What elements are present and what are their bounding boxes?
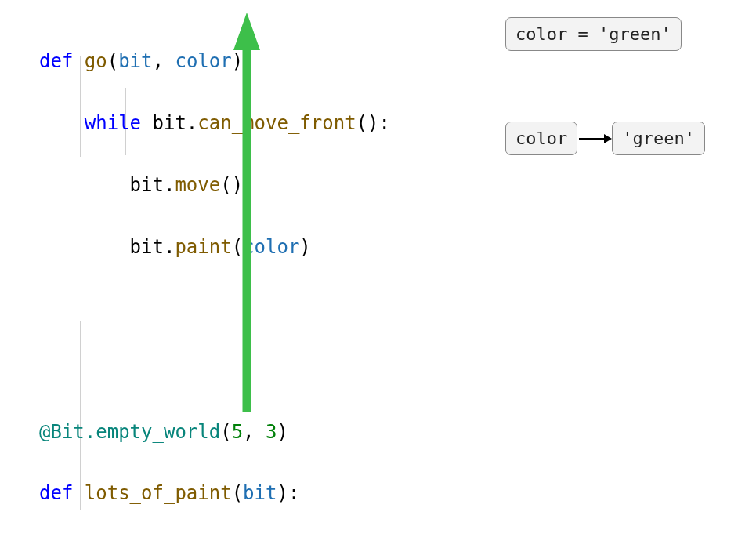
code-line: def go(bit, color): — [39, 46, 390, 77]
param: bit — [118, 50, 152, 72]
keyword-while: while — [85, 112, 141, 134]
code-line: bit.paint(color) — [39, 232, 390, 263]
code-line: @Bit.empty_world(5, 3) — [39, 417, 390, 448]
arrow-right-icon — [577, 129, 612, 148]
param: color — [175, 50, 231, 72]
func-name: lots_of_paint — [85, 482, 232, 504]
val-chip: 'green' — [612, 122, 705, 155]
code-line: bit.move() — [39, 170, 390, 201]
keyword-def: def — [39, 482, 73, 504]
sidebar-boxes: color = 'green' color 'green' — [505, 17, 725, 155]
var-points-to-val: color 'green' — [505, 122, 725, 155]
var-chip: color — [505, 122, 577, 155]
svg-marker-1 — [604, 134, 612, 143]
code-line: def lots_of_paint(bit): — [39, 478, 390, 509]
blank-line — [39, 293, 390, 324]
code-block: def go(bit, color): while bit.can_move_f… — [39, 16, 390, 537]
decorator: @Bit.empty_world — [39, 421, 220, 443]
keyword-def: def — [39, 50, 73, 72]
assignment-box: color = 'green' — [505, 17, 682, 51]
code-line: while bit.can_move_front(): — [39, 108, 390, 139]
blank-line — [39, 355, 390, 386]
func-name: go — [85, 50, 107, 72]
